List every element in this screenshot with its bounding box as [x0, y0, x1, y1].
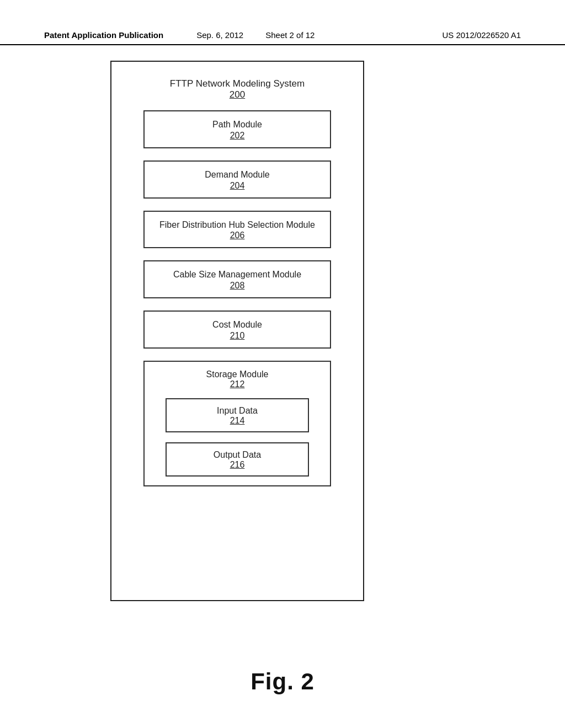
demand-module-number: 204 — [151, 181, 323, 191]
storage-module-box: Storage Module 212 Input Data 214 Output… — [143, 361, 331, 486]
fiber-module-box: Fiber Distribution Hub Selection Module … — [143, 211, 331, 249]
system-top-label: FTTP Network Modeling System 200 — [170, 78, 305, 100]
figure-caption: Fig. 2 — [0, 668, 565, 695]
path-module-number: 202 — [151, 131, 323, 141]
header-date: Sep. 6, 2012 — [196, 30, 243, 40]
input-data-box: Input Data 214 — [166, 398, 309, 432]
storage-module-name: Storage Module — [153, 370, 321, 379]
cost-module-number: 210 — [151, 331, 323, 341]
cable-module-name: Cable Size Management Module — [151, 269, 323, 281]
path-module-name: Path Module — [151, 119, 323, 131]
output-data-name: Output Data — [172, 450, 302, 460]
outer-system-box: FTTP Network Modeling System 200 Path Mo… — [110, 61, 364, 601]
demand-module-box: Demand Module 204 — [143, 160, 331, 199]
output-data-number: 216 — [172, 460, 302, 470]
page-header: Patent Application Publication Sep. 6, 2… — [0, 30, 565, 45]
fiber-module-name: Fiber Distribution Hub Selection Module — [151, 220, 323, 231]
page: Patent Application Publication Sep. 6, 2… — [0, 0, 565, 728]
cable-module-box: Cable Size Management Module 208 — [143, 260, 331, 298]
header-sheet: Sheet 2 of 12 — [265, 30, 315, 40]
cable-module-number: 208 — [151, 281, 323, 291]
input-data-number: 214 — [172, 416, 302, 426]
system-number: 200 — [170, 89, 305, 100]
input-data-name: Input Data — [172, 406, 302, 416]
header-patent-number: US 2012/0226520 A1 — [442, 30, 521, 40]
demand-module-name: Demand Module — [151, 169, 323, 181]
system-name: FTTP Network Modeling System — [170, 78, 305, 89]
storage-module-number: 212 — [153, 379, 321, 389]
cost-module-name: Cost Module — [151, 319, 323, 331]
diagram-area: FTTP Network Modeling System 200 Path Mo… — [110, 61, 386, 634]
path-module-box: Path Module 202 — [143, 110, 331, 148]
cost-module-box: Cost Module 210 — [143, 311, 331, 349]
fiber-module-number: 206 — [151, 231, 323, 240]
patent-label: Patent Application Publication — [44, 30, 163, 40]
storage-label: Storage Module 212 — [153, 370, 321, 389]
output-data-box: Output Data 216 — [166, 442, 309, 477]
